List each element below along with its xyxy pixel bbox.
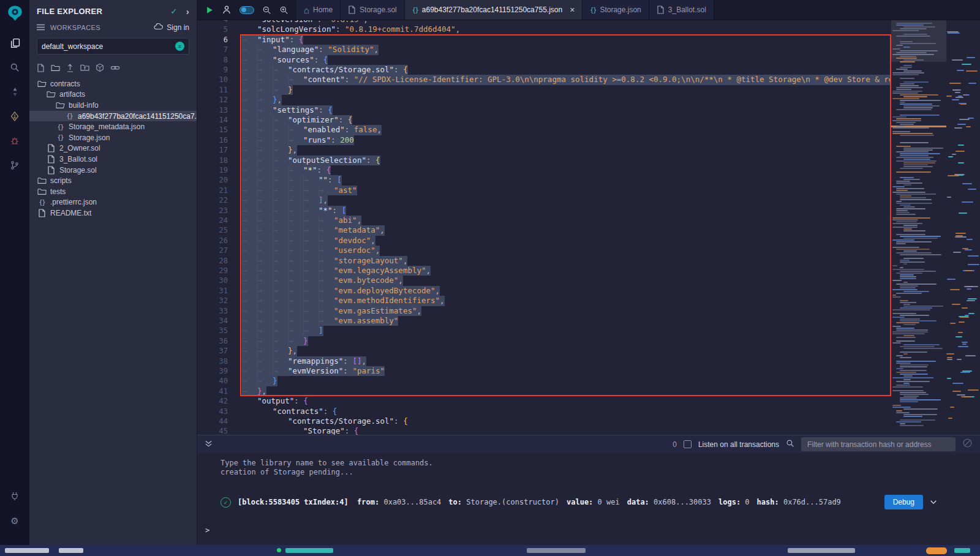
editor-tab[interactable]: 3_Ballot.sol bbox=[649, 0, 714, 20]
user-icon[interactable] bbox=[222, 5, 232, 15]
deploy-run-icon[interactable] bbox=[6, 107, 24, 126]
file-tree-item[interactable]: 2_Owner.sol bbox=[29, 143, 197, 154]
upload-file-icon[interactable] bbox=[66, 63, 74, 72]
line-number: 32 bbox=[197, 296, 228, 306]
terminal-panel: 0 Listen on all transactions Type the li… bbox=[197, 435, 980, 545]
editor-code-area[interactable]: "solcVersion": "0.8.19","solcLongVersion… bbox=[242, 20, 891, 435]
terminal-body[interactable]: Type the library name to see available c… bbox=[197, 453, 980, 535]
status-badge bbox=[926, 547, 947, 554]
file-tree-item[interactable]: scripts bbox=[29, 175, 197, 186]
tx-expand-icon[interactable] bbox=[930, 498, 937, 506]
line-number: 9 bbox=[197, 65, 228, 75]
file-name: artifacts bbox=[59, 90, 85, 99]
folder-icon bbox=[37, 177, 47, 184]
zoom-in-icon[interactable] bbox=[279, 6, 288, 15]
code-line: →→→→→→"evm.deployedBytecode", bbox=[242, 286, 440, 296]
line-number: 45 bbox=[197, 426, 228, 435]
sign-in-button[interactable]: Sign in bbox=[154, 23, 189, 32]
editor-tab[interactable]: {}Storage.json bbox=[582, 0, 649, 20]
file-tree-item[interactable]: {}Storage.json bbox=[29, 132, 197, 143]
new-folder-icon[interactable] bbox=[51, 63, 60, 72]
status-item bbox=[285, 548, 333, 553]
chevron-right-icon[interactable]: › bbox=[186, 7, 189, 16]
activity-bar: ⚙ bbox=[0, 0, 29, 545]
sol-icon bbox=[46, 166, 56, 175]
search-icon[interactable] bbox=[6, 58, 24, 77]
settings-icon[interactable]: ⚙ bbox=[6, 511, 24, 530]
line-number: 31 bbox=[197, 286, 228, 296]
remixd-link-icon[interactable] bbox=[110, 63, 120, 72]
file-tree-item[interactable]: build-info bbox=[29, 100, 197, 111]
solidity-compiler-icon[interactable] bbox=[6, 83, 24, 101]
terminal-prompt[interactable]: > bbox=[205, 526, 980, 535]
file-tree-item[interactable]: contracts bbox=[29, 78, 197, 89]
line-number: 22 bbox=[197, 195, 228, 205]
line-number: 30 bbox=[197, 276, 228, 285]
json-icon: {} bbox=[37, 199, 47, 206]
workspace-badge-icon: ≡ bbox=[175, 42, 184, 51]
code-line: "solcVersion": "0.8.19", bbox=[242, 20, 368, 24]
line-number: 11 bbox=[197, 85, 228, 95]
git-icon[interactable] bbox=[6, 156, 24, 175]
debug-button[interactable]: Debug bbox=[884, 495, 923, 509]
workspace-name: default_workspace bbox=[42, 42, 103, 51]
line-number: 16 bbox=[197, 135, 228, 145]
terminal-collapse-icon[interactable] bbox=[205, 439, 213, 450]
copilot-toggle-switch[interactable] bbox=[239, 6, 254, 14]
zoom-out-icon[interactable] bbox=[262, 6, 271, 15]
file-name: .prettierrc.json bbox=[50, 198, 97, 206]
file-name: Storage.sol bbox=[59, 166, 97, 175]
status-item bbox=[5, 548, 49, 553]
line-number: 39 bbox=[197, 366, 228, 376]
editor-minimap[interactable] bbox=[891, 20, 946, 435]
file-tree-item[interactable]: {}a69b43f277ba20fcac141151250ca7... bbox=[29, 111, 197, 122]
home-icon: ⌂ bbox=[304, 6, 309, 15]
tab-label: Home bbox=[313, 6, 333, 14]
transaction-filter-input[interactable] bbox=[801, 437, 956, 451]
sol-icon bbox=[46, 155, 56, 163]
editor-tab[interactable]: {}a69b43f277ba20fcac141151250ca755.json× bbox=[405, 0, 583, 20]
code-line: →→"settings": { bbox=[242, 105, 333, 115]
code-line: "output": { bbox=[242, 396, 308, 406]
upload-folder-icon[interactable] bbox=[80, 63, 89, 72]
file-tree-item[interactable]: {}.prettierrc.json bbox=[29, 197, 197, 208]
hamburger-icon[interactable] bbox=[37, 24, 45, 32]
workspace-select[interactable]: default_workspace ≡ bbox=[37, 38, 189, 54]
load-template-icon[interactable] bbox=[96, 63, 104, 72]
line-number: 21 bbox=[197, 186, 228, 195]
run-script-icon[interactable] bbox=[205, 6, 214, 15]
editor-tab[interactable]: Storage.sol bbox=[341, 0, 405, 20]
close-icon[interactable]: × bbox=[570, 6, 575, 14]
listen-all-checkbox[interactable] bbox=[684, 440, 692, 448]
file-tree-item[interactable]: README.txt bbox=[29, 208, 197, 219]
file-tree-item[interactable]: {}Storage_metadata.json bbox=[29, 121, 197, 132]
file-tree-item[interactable]: artifacts bbox=[29, 89, 197, 100]
status-item bbox=[59, 548, 83, 553]
editor-tab[interactable]: ⌂Home bbox=[296, 0, 341, 20]
clear-console-icon[interactable] bbox=[962, 438, 973, 451]
tx-summary: [block:5583405 txIndex:4] from: 0xa03...… bbox=[238, 498, 878, 506]
overview-ruler bbox=[946, 20, 980, 435]
listen-all-label: Listen on all transactions bbox=[698, 440, 779, 449]
line-number: 38 bbox=[197, 356, 228, 366]
new-file-icon[interactable] bbox=[37, 63, 45, 72]
line-number: 25 bbox=[197, 225, 228, 235]
file-tree-item[interactable]: 3_Ballot.sol bbox=[29, 154, 197, 165]
debugger-icon[interactable] bbox=[6, 132, 24, 150]
file-tree-item[interactable]: Storage.sol bbox=[29, 165, 197, 176]
file-explorer-icon[interactable] bbox=[6, 34, 24, 52]
code-line: →→→"contracts/Storage.sol": { bbox=[242, 65, 408, 75]
file-tree-item[interactable]: tests bbox=[29, 186, 197, 197]
line-number: 23 bbox=[197, 206, 228, 216]
terminal-log-line: Type the library name to see available c… bbox=[221, 459, 980, 468]
line-number: 41 bbox=[197, 386, 228, 396]
check-icon: ✓ bbox=[171, 7, 178, 16]
code-line: →→→→→→"evm.gasEstimates", bbox=[242, 306, 421, 316]
file-toolbar bbox=[29, 57, 197, 76]
plugin-manager-icon[interactable] bbox=[6, 487, 24, 505]
terminal-search-icon[interactable] bbox=[786, 439, 794, 450]
editor-tabs: ⌂HomeStorage.sol{}a69b43f277ba20fcac1411… bbox=[296, 0, 714, 20]
line-number: 36 bbox=[197, 336, 228, 346]
code-editor[interactable]: 4567891011121314151617181920212223242526… bbox=[197, 20, 980, 435]
tab-label: Storage.sol bbox=[360, 6, 397, 14]
